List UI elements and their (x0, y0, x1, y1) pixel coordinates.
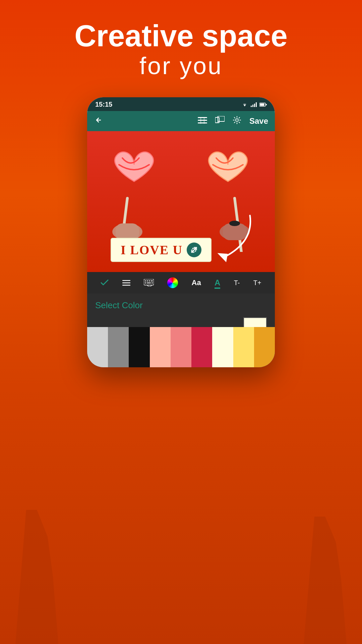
back-button[interactable] (94, 116, 103, 126)
svg-rect-33 (151, 280, 153, 281)
svg-rect-28 (122, 285, 130, 286)
svg-rect-27 (122, 282, 130, 283)
svg-rect-0 (251, 106, 252, 107)
svg-rect-35 (147, 282, 151, 283)
header-section: Creative space for you (0, 20, 362, 79)
svg-rect-5 (260, 103, 264, 106)
swatch-cream[interactable] (212, 327, 233, 367)
gallery-button[interactable] (215, 116, 225, 126)
check-icon (101, 279, 109, 286)
svg-rect-9 (198, 122, 207, 123)
swatch-orange[interactable] (254, 327, 275, 367)
list-icon (122, 279, 130, 286)
canvas-area: I LOVE U (87, 131, 275, 272)
svg-rect-32 (149, 280, 150, 281)
silhouette-left (10, 510, 64, 644)
svg-rect-29 (144, 279, 154, 285)
select-color-label: Select Color (95, 300, 267, 311)
svg-point-16 (236, 119, 238, 121)
color-wheel-tool[interactable] (167, 277, 178, 288)
text-minus-tool[interactable]: T- (234, 279, 240, 287)
swatch-light-gray[interactable] (87, 327, 108, 367)
svg-rect-26 (122, 280, 130, 281)
swatch-black[interactable] (129, 327, 149, 367)
canvas-text-box[interactable]: I LOVE U (111, 238, 212, 262)
status-time: 15:15 (95, 101, 112, 108)
left-candy (97, 138, 171, 252)
text-plus-label: T+ (253, 279, 261, 287)
svg-rect-2 (254, 104, 255, 107)
resize-icon (190, 246, 198, 254)
settings-icon (233, 116, 241, 124)
color-wheel-icon (167, 277, 178, 288)
svg-rect-7 (198, 117, 207, 118)
edit-toolbar: Aa A T- T+ (87, 272, 275, 293)
svg-rect-3 (256, 102, 257, 107)
check-tool[interactable] (101, 279, 109, 286)
highlight-label: A (215, 278, 220, 287)
svg-rect-13 (215, 117, 219, 123)
swatch-gray[interactable] (108, 327, 129, 367)
svg-rect-6 (266, 104, 267, 105)
swatch-yellow[interactable] (233, 327, 254, 367)
keyboard-icon (144, 279, 154, 286)
svg-rect-8 (198, 120, 207, 121)
annotation-arrow (211, 212, 258, 265)
menu-icon (198, 117, 207, 124)
font-label: Aa (192, 278, 201, 287)
signal-icon (251, 102, 257, 107)
gallery-icon (215, 116, 225, 124)
color-swatches-row (87, 327, 275, 367)
header-line2: for you (0, 52, 362, 79)
svg-rect-1 (252, 105, 253, 107)
menu-button[interactable] (198, 116, 207, 126)
status-icons (241, 102, 267, 107)
wifi-icon (241, 102, 248, 107)
highlight-tool[interactable]: A (215, 278, 220, 287)
keyboard-tool[interactable] (144, 279, 154, 286)
battery-icon (259, 103, 267, 107)
swatch-light-pink[interactable] (150, 327, 171, 367)
header-line1: Creative space (0, 20, 362, 52)
save-button[interactable]: Save (249, 116, 268, 126)
app-toolbar: Save (87, 111, 275, 131)
list-tool[interactable] (122, 279, 130, 286)
status-bar: 15:15 (87, 97, 275, 111)
canvas-text: I LOVE U (121, 243, 183, 257)
silhouette-right (298, 517, 352, 644)
text-minus-label: T- (234, 279, 240, 287)
toolbar-icons: Save (198, 116, 268, 126)
svg-rect-36 (152, 282, 153, 283)
svg-marker-25 (218, 253, 228, 262)
svg-rect-34 (145, 282, 146, 283)
swatch-crimson[interactable] (191, 327, 212, 367)
svg-rect-30 (145, 280, 146, 281)
settings-button[interactable] (233, 116, 241, 126)
font-tool[interactable]: Aa (192, 278, 201, 287)
back-icon (94, 116, 103, 124)
svg-rect-31 (147, 280, 148, 281)
resize-handle[interactable] (187, 243, 201, 257)
swatch-salmon[interactable] (171, 327, 191, 367)
text-plus-tool[interactable]: T+ (253, 279, 261, 287)
phone-mockup: 15:15 (87, 97, 275, 367)
